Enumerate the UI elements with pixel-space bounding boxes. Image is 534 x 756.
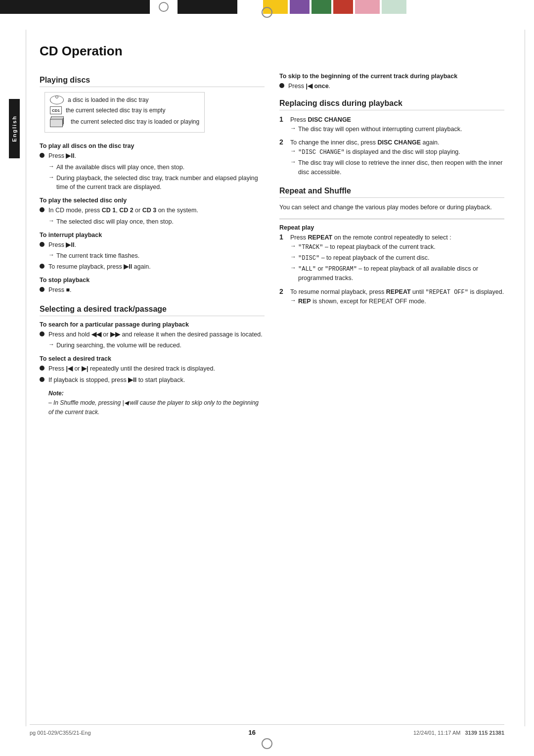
sub-repeat-play: Repeat play	[279, 224, 504, 231]
search-text: Press and hold ◀◀ or ▶▶ and release it w…	[48, 330, 263, 339]
arrow-icon: →	[48, 163, 54, 170]
bullet-dot	[40, 331, 44, 336]
bullet-dot	[40, 153, 44, 158]
section-repeat-shuffle: Repeat and Shuffle	[279, 187, 504, 198]
bullet-select-track: Press |◀ or ▶| repeatedly until the desi…	[40, 364, 265, 374]
play-all-text: Press ▶II.	[48, 151, 76, 161]
arrow-repeat-1c: → "ALL" or "PROGRAM" – to repeat playbac…	[290, 264, 504, 283]
skip-text: Press |◀ once.	[288, 82, 330, 91]
two-column-layout: Playing discs a disc is loaded in the di…	[40, 68, 504, 417]
bullet-dot	[279, 83, 284, 88]
footer-code: 3139 115 21381	[465, 730, 504, 736]
page-title: CD Operation	[40, 44, 504, 59]
sub-play-selected: To play the selected disc only	[40, 197, 265, 204]
sub-interrupt: To interrupt playback	[40, 232, 265, 238]
numbered-replace-2: 2 To change the inner disc, press DISC C…	[279, 138, 504, 178]
arrow-icon: →	[290, 297, 296, 304]
sub-stop: To stop playback	[40, 277, 265, 284]
sub-search: To search for a particular passage durin…	[40, 321, 265, 328]
left-column: Playing discs a disc is loaded in the di…	[40, 68, 265, 417]
arrow-icon: →	[48, 217, 54, 224]
right-column: To skip to the beginning of the current …	[279, 68, 504, 417]
arrow-icon: →	[48, 251, 54, 258]
disc-cd1-desc: the current selected disc tray is empty	[66, 107, 165, 114]
step-1-content: Press DISC CHANGE → The disc tray will o…	[290, 115, 462, 136]
bullet-start-playback: If playback is stopped, press ▶II to sta…	[40, 376, 265, 385]
note-block: Note: – In Shuffle mode, pressing |◀ wil…	[40, 389, 265, 418]
sub-select-track: To select a desired track	[40, 355, 265, 362]
arrow-text-repeat-1a: "TRACK" – to repeat playback of the curr…	[298, 242, 436, 252]
footer: pg 001-029/C355/21-Eng 16 12/24/01, 11:1…	[30, 724, 504, 736]
disc-row-cd1: CD1 the current selected disc tray is em…	[50, 106, 199, 114]
bullet-play-all: Press ▶II.	[40, 151, 265, 161]
center-circle-bottom	[262, 738, 272, 749]
arrow-text-search: During searching, the volume will be red…	[56, 341, 181, 350]
bullet-dot	[40, 242, 44, 247]
hr-divider	[279, 219, 504, 219]
arrow-icon: →	[290, 125, 296, 132]
resume-text: To resume playback, press ▶II again.	[48, 262, 151, 272]
arrow-icon: →	[290, 264, 296, 271]
disc-row-oval: a disc is loaded in the disc tray	[50, 95, 199, 104]
bullet-dot	[40, 287, 44, 292]
bullet-dot	[40, 377, 44, 382]
bullet-dot	[40, 207, 44, 212]
arrow-icon: →	[48, 174, 54, 181]
repeat-step-1-content: Press REPEAT on the remote control repea…	[290, 233, 504, 284]
disc-oval-desc: a disc is loaded in the disc tray	[68, 96, 148, 103]
arrow-text-repeat-2: REP is shown, except for REPEAT OFF mode…	[298, 297, 426, 306]
sub-play-all: To play all discs on the disc tray	[40, 142, 265, 149]
section-replacing: Replacing discs during playback	[279, 99, 504, 110]
step-1-text: Press DISC CHANGE	[290, 116, 351, 123]
bullet-stop: Press ■.	[40, 285, 265, 295]
arrow-icon: →	[290, 147, 296, 154]
bullet-skip: Press |◀ once.	[279, 82, 504, 91]
arrow-text-selected: The selected disc will play once, then s…	[56, 217, 174, 227]
bullet-dot	[40, 264, 44, 269]
arrow-text-1: All the available discs will play once, …	[56, 163, 184, 172]
section-playing-discs: Playing discs	[40, 76, 265, 87]
arrow-repeat-1b: → "DISC" – to repeat playback of the cur…	[290, 253, 504, 263]
repeat-step-1-text: Press REPEAT on the remote control repea…	[290, 234, 451, 241]
arrow-play-all-1: → All the available discs will play once…	[48, 163, 265, 172]
arrow-icon: →	[290, 242, 296, 249]
center-circle-top	[262, 7, 272, 18]
disc-cd1-icon: CD1	[50, 106, 62, 114]
arrow-replace-1: → The disc tray will open without interr…	[290, 125, 462, 134]
disc-icons-table: a disc is loaded in the disc tray CD1 th…	[44, 92, 205, 133]
numbered-repeat-1: 1 Press REPEAT on the remote control rep…	[279, 233, 504, 284]
disc-stack-icon: CDP	[50, 116, 65, 127]
step-num-2: 2	[279, 138, 286, 146]
repeat-step-2-content: To resume normal playback, press REPEAT …	[290, 287, 504, 308]
play-selected-text: In CD mode, press CD 1, CD 2 or CD 3 on …	[48, 206, 198, 215]
arrow-icon: →	[48, 341, 54, 348]
repeat-step-1: 1	[279, 233, 286, 241]
arrow-text-2: During playback, the selected disc tray,…	[56, 174, 265, 192]
note-content: – In Shuffle mode, pressing |◀ will caus…	[48, 399, 259, 416]
arrow-replace-2a: → "DISC CHANGE" is displayed and the dis…	[290, 147, 504, 157]
arrow-repeat-1a: → "TRACK" – to repeat playback of the cu…	[290, 242, 504, 252]
arrow-text-replace-1: The disc tray will open without interrup…	[298, 125, 462, 134]
arrow-repeat-2: → REP is shown, except for REPEAT OFF mo…	[290, 297, 504, 306]
arrow-text-repeat-1c: "ALL" or "PROGRAM" – to repeat playback …	[298, 264, 504, 283]
section-selecting: Selecting a desired track/passage	[40, 305, 265, 316]
numbered-replace-1: 1 Press DISC CHANGE → The disc tray will…	[279, 115, 504, 136]
language-tab: English	[9, 99, 20, 158]
arrow-text-interrupt: The current track time flashes.	[56, 251, 139, 261]
arrow-play-all-2: → During playback, the selected disc tra…	[48, 174, 265, 192]
numbered-repeat-2: 2 To resume normal playback, press REPEA…	[279, 287, 504, 308]
main-content: CD Operation Playing discs a disc is loa…	[30, 44, 504, 417]
left-border-line	[26, 30, 26, 726]
footer-right: 12/24/01, 11:17 AM 3139 115 21381	[413, 730, 504, 736]
arrow-interrupt: → The current track time flashes.	[48, 251, 265, 261]
step-num-1: 1	[279, 115, 286, 123]
arrow-text-repeat-1b: "DISC" – to repeat playback of the curre…	[298, 253, 430, 263]
repeat-step-2-text: To resume normal playback, press REPEAT …	[290, 288, 504, 295]
note-label: Note:	[48, 390, 64, 397]
footer-left: pg 001-029/C355/21-Eng	[30, 730, 91, 736]
step-2-content: To change the inner disc, press DISC CHA…	[290, 138, 504, 178]
arrow-play-selected: → The selected disc will play once, then…	[48, 217, 265, 227]
arrow-icon: →	[290, 253, 296, 260]
disc-stack-desc: the current selected disc tray is loaded…	[71, 118, 199, 125]
disc-row-stack: CDP the current selected disc tray is lo…	[50, 116, 199, 127]
